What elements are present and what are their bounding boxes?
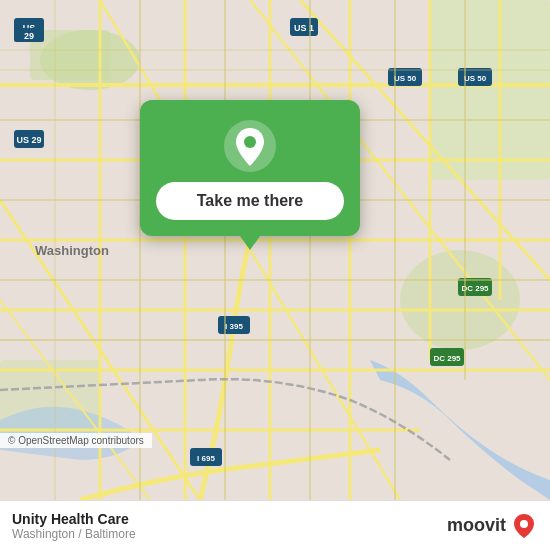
footer-info: Unity Health Care Washington / Baltimore [12,511,136,541]
map-container: US 29 US 1 US 29 I 395 I 695 US 50 US 50… [0,0,550,500]
svg-rect-3 [430,0,550,180]
location-title: Unity Health Care [12,511,136,527]
take-me-there-button[interactable]: Take me there [156,182,344,220]
svg-text:US 1: US 1 [294,23,314,33]
svg-point-57 [244,136,256,148]
svg-text:US 50: US 50 [394,74,417,83]
map-attribution: © OpenStreetMap contributors [0,433,152,448]
svg-text:29: 29 [24,31,34,41]
location-pin-icon [224,120,276,172]
location-card[interactable]: Take me there [140,100,360,236]
svg-text:US 29: US 29 [16,135,41,145]
moovit-text: moovit [447,515,506,536]
svg-text:Washington: Washington [35,243,109,258]
svg-text:DC 295: DC 295 [433,354,461,363]
attribution-text: © OpenStreetMap contributors [8,435,144,446]
map-background: US 29 US 1 US 29 I 395 I 695 US 50 US 50… [0,0,550,500]
location-subtitle: Washington / Baltimore [12,527,136,541]
footer-bar: Unity Health Care Washington / Baltimore… [0,500,550,550]
svg-text:I 695: I 695 [197,454,215,463]
moovit-pin-icon [510,512,538,540]
svg-point-58 [520,520,528,528]
svg-text:US 50: US 50 [464,74,487,83]
moovit-logo: moovit [447,512,538,540]
svg-text:I 395: I 395 [225,322,243,331]
